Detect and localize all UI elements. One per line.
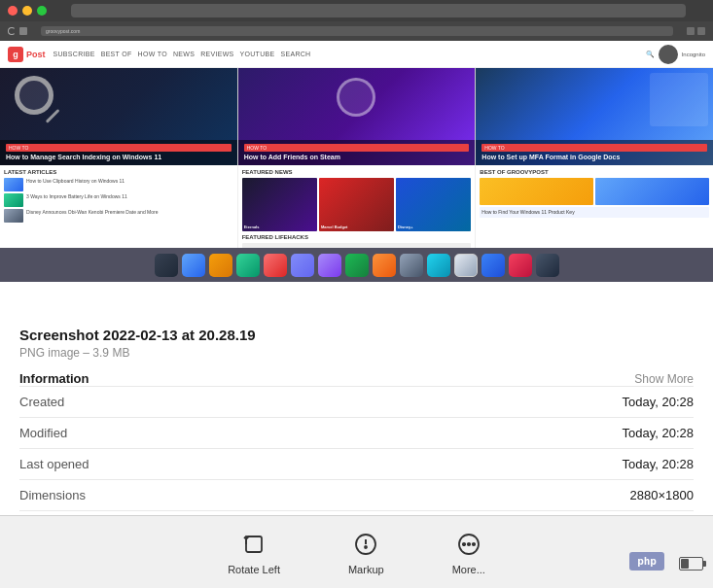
info-value-modified: Today, 20:28 <box>136 418 694 449</box>
battery-indicator <box>679 557 703 571</box>
markup-label: Markup <box>348 564 384 575</box>
info-key-dimensions: Dimensions <box>19 480 136 511</box>
dock-icon <box>236 254 260 277</box>
info-key-modified: Modified <box>19 418 136 449</box>
article-text: How to Use Clipboard History on Windows … <box>26 178 125 185</box>
featured-news-title: FEATURED NEWS <box>242 169 472 175</box>
dock-icon <box>427 254 450 277</box>
battery-fill <box>681 559 689 569</box>
mac-dock <box>0 248 713 282</box>
info-value-dimensions: 2880×1800 <box>136 480 694 511</box>
svg-point-3 <box>365 546 367 548</box>
site-nav: SUBSCRIBE BEST OF HOW TO NEWS REVIEWS YO… <box>53 51 311 57</box>
dock-icon <box>373 254 396 277</box>
latest-articles-title: LATEST ARTICLES <box>4 169 233 175</box>
dock-icon <box>509 254 532 277</box>
dock-icon <box>454 254 478 277</box>
dock-icon <box>291 254 314 277</box>
battery-tip <box>703 561 706 567</box>
info-row-modified: Modified Today, 20:28 <box>19 418 694 449</box>
info-row-dimensions: Dimensions 2880×1800 <box>19 480 694 511</box>
hero-tag-2: HOW TO <box>244 144 470 152</box>
show-more-button[interactable]: Show More <box>634 372 694 386</box>
markup-icon <box>351 530 380 559</box>
dock-icon <box>345 254 369 277</box>
screenshot-preview: groovypost.com g Post SUBSCRIBE BEST OF <box>0 0 713 311</box>
close-button-icon <box>8 6 18 16</box>
dock-icon <box>400 254 423 277</box>
dock-icon <box>209 254 232 277</box>
article-text: Disney Announces Obi-Wan Kenobi Premiere… <box>26 209 158 216</box>
hero-section: HOW TO How to Manage Search Indexing on … <box>0 68 713 165</box>
hero-card-2: HOW TO How to Add Friends on Steam <box>238 68 476 165</box>
browser-chrome <box>0 0 713 21</box>
info-key-created: Created <box>19 387 136 418</box>
hero-tag-3: HOW TO <box>481 144 707 152</box>
info-value-created: Today, 20:28 <box>136 387 694 418</box>
hero-title-3: How to Set up MFA Format in Google Docs <box>481 154 707 161</box>
hero-title-1: How to Manage Search Indexing on Windows… <box>6 154 232 161</box>
info-section-label: Information <box>19 371 89 386</box>
dock-icon <box>536 254 559 277</box>
minimize-button-icon <box>22 6 32 16</box>
best-of-title: BEST OF GROOVYPOST <box>480 169 709 175</box>
info-value-last-opened: Today, 20:28 <box>136 449 694 480</box>
info-row-last-opened: Last opened Today, 20:28 <box>19 449 694 480</box>
markup-button[interactable]: Markup <box>339 525 394 580</box>
svg-point-6 <box>468 542 470 544</box>
svg-point-5 <box>463 542 465 544</box>
more-icon <box>454 530 483 559</box>
hero-card-1: HOW TO How to Manage Search Indexing on … <box>0 68 237 165</box>
info-row-created: Created Today, 20:28 <box>19 387 694 418</box>
hero-title-2: How to Add Friends on Steam <box>244 154 470 161</box>
file-subtitle: PNG image – 3.9 MB <box>19 346 694 360</box>
article-thumb <box>4 209 23 223</box>
browser-toolbar: groovypost.com <box>0 21 713 41</box>
hero-card-3: HOW TO How to Set up MFA Format in Googl… <box>476 68 713 165</box>
more-label: More... <box>452 564 485 575</box>
dock-icon <box>318 254 341 277</box>
url-bar <box>71 4 686 17</box>
hero-tag-1: HOW TO <box>6 144 232 152</box>
browser-content: g Post SUBSCRIBE BEST OF HOW TO NEWS REV… <box>0 41 713 311</box>
info-key-last-opened: Last opened <box>19 449 136 480</box>
bottom-toolbar: Rotate Left Markup More... php <box>0 515 713 588</box>
svg-rect-0 <box>246 536 262 552</box>
dock-icon <box>182 254 205 277</box>
svg-point-7 <box>473 542 475 544</box>
rotate-left-label: Rotate Left <box>228 564 280 575</box>
dock-icon <box>264 254 287 277</box>
featured-lifehacks-title: FEATURED LIFEHACKS <box>242 234 472 240</box>
article-text: 3 Ways to Improve Battery Life on Window… <box>26 193 127 200</box>
article-thumb <box>4 193 23 207</box>
rotate-left-icon <box>239 530 268 559</box>
article-thumb <box>4 178 23 191</box>
more-button[interactable]: More... <box>443 525 495 580</box>
dock-icon <box>481 254 505 277</box>
php-badge: php <box>629 552 664 571</box>
rotate-left-button[interactable]: Rotate Left <box>218 525 290 580</box>
maximize-button-icon <box>37 6 47 16</box>
dock-icon <box>155 254 178 277</box>
file-title: Screenshot 2022-02-13 at 20.28.19 <box>19 327 694 343</box>
